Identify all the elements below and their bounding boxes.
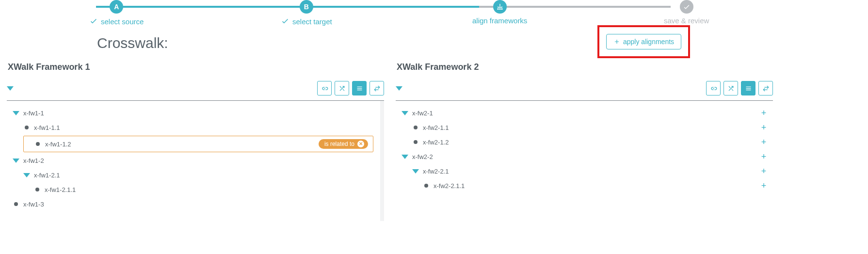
apply-highlight-box: apply alignments bbox=[597, 25, 690, 58]
list-view-button[interactable] bbox=[741, 81, 755, 95]
tree-node[interactable]: x-fw1-3 bbox=[7, 197, 384, 211]
source-framework-title: XWalk Framework 1 bbox=[8, 62, 384, 72]
tree-node[interactable]: x-fw1-2.1 bbox=[7, 168, 384, 182]
caret-down-icon bbox=[7, 86, 14, 91]
caret-down-icon bbox=[412, 169, 419, 174]
node-label: x-fw2-2.1.1 bbox=[434, 182, 465, 190]
node-label: x-fw1-1 bbox=[23, 110, 44, 117]
expander bbox=[13, 202, 19, 206]
shuffle-button[interactable] bbox=[723, 81, 738, 95]
page-title: Crosswalk: bbox=[97, 35, 168, 51]
apply-alignments-button[interactable]: apply alignments bbox=[606, 34, 681, 49]
expander[interactable] bbox=[13, 111, 19, 115]
node-label: x-fw1-1.1 bbox=[34, 124, 60, 131]
target-framework-title: XWalk Framework 2 bbox=[397, 62, 773, 72]
shuffle-icon bbox=[727, 85, 735, 92]
add-alignment-button[interactable]: + bbox=[759, 108, 771, 118]
caret-down-icon bbox=[13, 159, 19, 163]
source-tool-group bbox=[317, 81, 384, 95]
step-select-target[interactable]: B select target bbox=[281, 0, 332, 27]
check-icon bbox=[281, 16, 289, 27]
expander[interactable] bbox=[402, 111, 408, 115]
step-label-text-source: select source bbox=[101, 17, 144, 26]
add-alignment-button[interactable]: + bbox=[759, 123, 771, 133]
expander bbox=[412, 126, 419, 129]
caret-down-icon bbox=[402, 111, 408, 115]
expander bbox=[34, 142, 41, 146]
step-badge-save bbox=[680, 0, 693, 14]
step-label-source: select source bbox=[89, 16, 144, 27]
link-icon bbox=[321, 85, 328, 92]
step-badge-align bbox=[493, 0, 507, 14]
expander[interactable] bbox=[23, 173, 30, 177]
bullet-icon bbox=[414, 126, 418, 129]
remove-relation-button[interactable]: ✕ bbox=[357, 141, 364, 147]
node-label: x-fw1-2 bbox=[23, 157, 44, 164]
link-view-button[interactable] bbox=[706, 81, 721, 95]
bullet-icon bbox=[36, 142, 40, 146]
expander bbox=[34, 188, 41, 191]
list-icon bbox=[745, 85, 752, 92]
relation-tag[interactable]: is related to ✕ bbox=[319, 139, 368, 149]
step-label-text-align: align frameworks bbox=[472, 16, 527, 25]
target-tool-group bbox=[706, 81, 773, 95]
bullet-icon bbox=[414, 140, 418, 144]
link-icon bbox=[710, 85, 717, 92]
step-save-review: save & review bbox=[664, 0, 709, 25]
step-label-align: align frameworks bbox=[472, 16, 527, 25]
tree-node[interactable]: x-fw2-1 + bbox=[396, 106, 773, 120]
list-icon bbox=[356, 85, 363, 92]
node-label: x-fw2-1.1 bbox=[423, 124, 449, 131]
shuffle-icon bbox=[338, 85, 346, 92]
step-label-target: select target bbox=[281, 16, 332, 27]
list-view-button[interactable] bbox=[352, 81, 367, 95]
tree-node-selected[interactable]: x-fw1-1.2 is related to ✕ bbox=[23, 136, 373, 152]
step-label-save: save & review bbox=[664, 16, 709, 25]
caret-down-icon bbox=[396, 86, 402, 91]
link-view-button[interactable] bbox=[317, 81, 332, 95]
swap-button[interactable] bbox=[370, 81, 384, 95]
add-alignment-button[interactable]: + bbox=[759, 166, 771, 176]
wizard-stepper: A select source B select target align fr… bbox=[0, 0, 868, 30]
step-align-frameworks[interactable]: align frameworks bbox=[472, 0, 527, 25]
node-label: x-fw2-1 bbox=[412, 110, 433, 117]
tree-node[interactable]: x-fw2-1.1 + bbox=[396, 120, 773, 135]
node-label: x-fw2-2 bbox=[412, 153, 433, 160]
source-framework-panel: XWalk Framework 1 x-fw1-1 x-fw1-1.1 bbox=[7, 62, 384, 211]
tree-node[interactable]: x-fw2-2 + bbox=[396, 149, 773, 164]
tree-node[interactable]: x-fw1-2 bbox=[7, 153, 384, 168]
plus-icon bbox=[613, 38, 620, 45]
target-tree: x-fw2-1 + x-fw2-1.1 + x-fw2-1.2 + x-fw2-… bbox=[396, 101, 773, 193]
add-alignment-button[interactable]: + bbox=[759, 137, 771, 147]
bullet-icon bbox=[25, 126, 29, 129]
tree-node[interactable]: x-fw2-2.1.1 + bbox=[396, 178, 773, 193]
node-label: x-fw1-1.2 bbox=[45, 141, 71, 148]
tree-node[interactable]: x-fw1-2.1.1 bbox=[7, 182, 384, 197]
source-toolbar bbox=[7, 79, 384, 101]
step-select-source[interactable]: A select source bbox=[89, 0, 144, 27]
caret-down-icon bbox=[402, 155, 408, 159]
swap-button[interactable] bbox=[758, 81, 773, 95]
swap-icon bbox=[373, 85, 381, 92]
tree-node[interactable]: x-fw1-1.1 bbox=[7, 120, 384, 135]
expander[interactable] bbox=[13, 159, 19, 163]
framework-panels: XWalk Framework 1 x-fw1-1 x-fw1-1.1 bbox=[0, 62, 868, 221]
collapse-all-button[interactable] bbox=[396, 84, 402, 93]
bullet-icon bbox=[35, 188, 39, 191]
caret-down-icon bbox=[13, 111, 19, 115]
expander[interactable] bbox=[402, 155, 408, 159]
expander[interactable] bbox=[412, 169, 419, 174]
collapse-all-button[interactable] bbox=[7, 84, 14, 93]
target-framework-panel: XWalk Framework 2 x-fw2-1 + x-fw2-1.1 + bbox=[396, 62, 773, 211]
target-toolbar bbox=[396, 79, 773, 101]
add-alignment-button[interactable]: + bbox=[759, 152, 771, 162]
add-alignment-button[interactable]: + bbox=[759, 181, 771, 191]
tree-node[interactable]: x-fw2-2.1 + bbox=[396, 164, 773, 178]
tree-node[interactable]: x-fw2-1.2 + bbox=[396, 135, 773, 149]
shuffle-button[interactable] bbox=[335, 81, 349, 95]
step-label-text-target: select target bbox=[292, 17, 332, 26]
hierarchy-icon bbox=[496, 3, 504, 11]
swap-icon bbox=[762, 85, 770, 92]
tree-node[interactable]: x-fw1-1 bbox=[7, 106, 384, 120]
crosswalk-header: Crosswalk: apply alignments bbox=[0, 35, 868, 62]
